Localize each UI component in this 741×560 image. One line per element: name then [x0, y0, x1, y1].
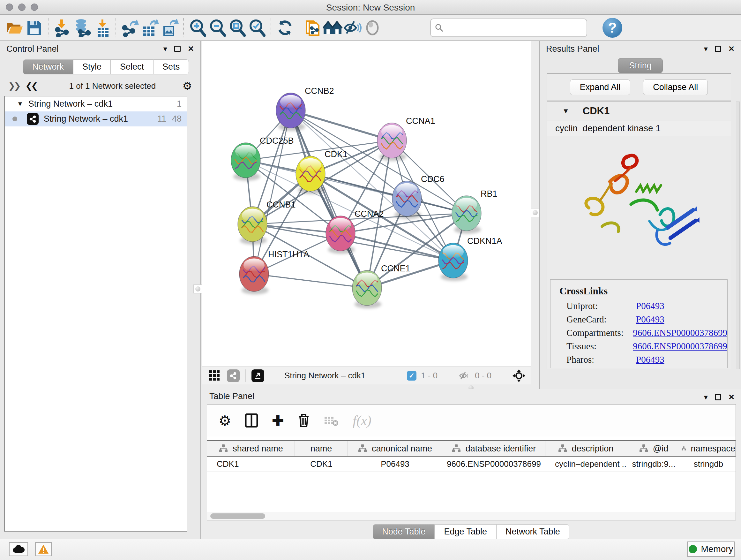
separator	[270, 369, 270, 382]
tab-network-table[interactable]: Network Table	[496, 524, 569, 539]
panel-menu-icon[interactable]: ▾	[704, 393, 708, 401]
import-table-button[interactable]	[92, 17, 112, 38]
protein-header[interactable]: ▼ CDK1	[547, 102, 731, 120]
cell-database-identifier[interactable]: 9606.ENSP00000378699	[442, 457, 545, 471]
view-grid-button[interactable]	[207, 366, 222, 386]
column-header-database-identifier[interactable]: database identifier	[442, 441, 545, 456]
import-network-from-database-button[interactable]	[72, 17, 92, 38]
network-node-CCNE1[interactable]: CCNE1	[352, 264, 410, 308]
tab-style[interactable]: Style	[73, 59, 111, 74]
crosslink-link[interactable]: P06493	[636, 301, 664, 311]
hide-selected-button[interactable]	[343, 17, 362, 38]
cell-namespace[interactable]: stringdb	[681, 457, 736, 471]
crosslink-link[interactable]: 9606.ENSP00000378699	[633, 341, 727, 352]
left-splitter-handle[interactable]	[193, 285, 202, 294]
zoom-in-button[interactable]	[188, 17, 207, 38]
open-session-button[interactable]	[4, 17, 24, 38]
status-bar: Memory	[0, 539, 741, 560]
tab-network[interactable]: Network	[23, 59, 73, 74]
network-node-HIST1H1A[interactable]: HIST1H1A	[239, 250, 309, 294]
results-scrollbar[interactable]	[736, 102, 740, 369]
crosslink-link[interactable]: P06493	[636, 354, 664, 365]
cell-canonical-name[interactable]: P06493	[348, 457, 442, 471]
scrollbar-thumb[interactable]	[210, 513, 265, 519]
table-row[interactable]: CDK1CDK1P064939606.ENSP00000378699cyclin…	[207, 457, 736, 472]
collection-expand-icon[interactable]: ▼	[17, 100, 23, 108]
protein-description: cyclin–dependent kinase 1	[547, 120, 731, 136]
network-node-CCNA2[interactable]: CCNA2	[326, 209, 384, 254]
column-label: @id	[653, 444, 668, 454]
export-table-button[interactable]	[140, 17, 159, 38]
new-network-from-selection-button[interactable]	[303, 17, 323, 38]
tab-node-table[interactable]: Node Table	[373, 524, 434, 539]
protein-collapse-icon[interactable]: ▼	[562, 107, 569, 115]
network-edge-HIST1H1A-CCNE1[interactable]	[254, 274, 367, 288]
selected-items-checkbox[interactable]: ✓	[407, 371, 416, 381]
cell-name[interactable]: CDK1	[295, 457, 348, 471]
panel-menu-icon[interactable]: ▾	[704, 44, 708, 53]
tab-edge-table[interactable]: Edge Table	[434, 524, 496, 539]
table-horizontal-scrollbar[interactable]	[207, 512, 736, 520]
network-selection-status: 1 of 1 Network selected	[43, 81, 182, 91]
zoom-selected-button[interactable]	[247, 17, 267, 38]
panel-float-icon[interactable]	[174, 46, 181, 52]
network-type-badge-icon[interactable]	[227, 369, 240, 382]
collapse-all-tree-icon[interactable]: ❯❯	[8, 81, 20, 91]
zoom-out-button[interactable]	[207, 17, 227, 38]
network-node-RB1[interactable]: RB1	[452, 189, 497, 234]
panel-float-icon[interactable]	[715, 394, 721, 400]
birdseye-view-icon[interactable]	[512, 369, 526, 382]
panel-menu-icon[interactable]: ▾	[163, 44, 167, 53]
column-header-name[interactable]: name	[295, 441, 348, 456]
tab-string[interactable]: String	[618, 58, 663, 73]
panel-close-icon[interactable]: ✕	[728, 44, 735, 53]
network-canvas[interactable]: CCNB2CCNA1CDC25BCDK1CDC6RB1CCNB1CCNA2CDK…	[202, 41, 531, 367]
tab-select[interactable]: Select	[111, 59, 153, 74]
tab-sets[interactable]: Sets	[153, 59, 189, 74]
panel-close-icon[interactable]: ✕	[188, 44, 194, 53]
delete-column-trash-icon[interactable]	[298, 413, 310, 428]
memory-button[interactable]: Memory	[687, 542, 735, 557]
column-header-id[interactable]: @id	[626, 441, 681, 456]
right-splitter-handle[interactable]	[531, 208, 539, 217]
cell-shared-name[interactable]: CDK1	[207, 457, 295, 471]
save-session-button[interactable]	[24, 17, 44, 38]
network-edge-CCNB2-CCNA1[interactable]	[291, 111, 392, 140]
cloud-button[interactable]	[9, 542, 28, 556]
crosslink-link[interactable]: 9606.ENSP00000378699	[633, 327, 727, 338]
expand-all-button[interactable]: Expand All	[570, 79, 630, 95]
network-options-gear-icon[interactable]: ⚙	[183, 79, 192, 92]
cloud-icon	[12, 545, 24, 553]
cell-description[interactable]: cyclin–dependent ...	[545, 457, 626, 471]
separator	[246, 369, 246, 382]
zoom-fit-button[interactable]	[227, 17, 247, 38]
panel-close-icon[interactable]: ✕	[728, 393, 735, 401]
export-network-button[interactable]	[120, 17, 140, 38]
warnings-button[interactable]	[35, 542, 52, 556]
show-columns-icon[interactable]	[245, 414, 258, 428]
table-settings-gear-icon[interactable]: ⚙	[219, 413, 231, 429]
cell-id[interactable]: stringdb:9...	[626, 457, 681, 471]
add-column-icon[interactable]: ✚	[272, 413, 284, 429]
column-header-shared-name[interactable]: shared name	[207, 441, 295, 456]
expand-all-tree-icon[interactable]: ❮❮	[25, 81, 37, 91]
export-image-button[interactable]	[159, 17, 179, 38]
panel-float-icon[interactable]	[715, 46, 721, 52]
network-node-CDKN1A[interactable]: CDKN1A	[439, 236, 502, 281]
network-node-CDC6[interactable]: CDC6	[392, 174, 445, 219]
apply-preferred-layout-button[interactable]	[275, 17, 295, 38]
import-network-from-file-button[interactable]	[52, 17, 72, 38]
network-collection-row[interactable]: ▼ String Network – cdk1 1	[5, 97, 187, 111]
network-row-selected[interactable]: String Network – cdk1 11 48	[5, 111, 187, 126]
column-header-description[interactable]: description	[545, 441, 626, 456]
show-all-button[interactable]	[362, 17, 382, 38]
network-edge-CCNB2-CCNE1[interactable]	[291, 111, 367, 288]
column-header-namespace[interactable]: namespace	[681, 441, 736, 456]
crosslink-link[interactable]: P06493	[636, 314, 664, 325]
first-neighbors-button[interactable]	[323, 17, 343, 38]
open-in-new-window-button[interactable]	[252, 369, 264, 382]
column-header-canonical-name[interactable]: canonical name	[348, 441, 442, 456]
search-input[interactable]	[444, 22, 583, 33]
help-button[interactable]: ?	[603, 18, 622, 38]
collapse-all-button[interactable]: Collapse All	[643, 79, 708, 95]
